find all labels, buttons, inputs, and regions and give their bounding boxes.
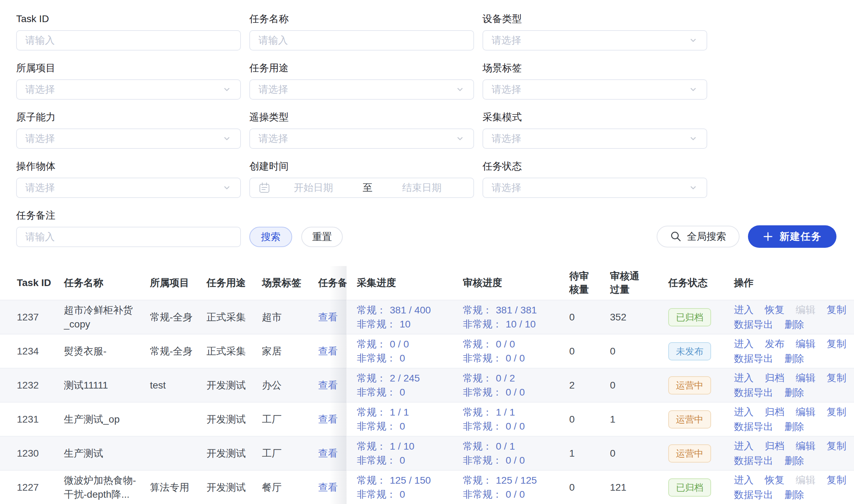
atomic-ability-select[interactable]: 请选择: [16, 128, 241, 149]
view-note-link[interactable]: 查看: [318, 482, 338, 493]
global-search-button[interactable]: 全局搜索: [657, 226, 740, 247]
action-link[interactable]: 编辑: [796, 371, 815, 385]
search-button[interactable]: 搜索: [249, 227, 292, 247]
action-link[interactable]: 数据导出: [734, 419, 773, 434]
action-link[interactable]: 归档: [765, 371, 784, 385]
action-link[interactable]: 进入: [734, 439, 754, 453]
action-link[interactable]: 进入: [734, 303, 754, 317]
review-irregular-value: 0 / 0: [506, 455, 525, 466]
cell-approved: 0: [610, 446, 668, 460]
task-note-input[interactable]: [25, 227, 232, 246]
review-irregular-value: 10 / 10: [506, 319, 536, 330]
task-note-label: 任务备注: [16, 208, 241, 223]
scene-value: 超市: [262, 312, 282, 323]
action-line: 数据导出删除: [734, 385, 841, 400]
device-type-select[interactable]: 请选择: [482, 30, 707, 51]
action-link[interactable]: 删除: [784, 385, 804, 400]
action-link[interactable]: 复制: [827, 405, 846, 419]
reset-button[interactable]: 重置: [301, 227, 343, 247]
filter-field-device-type: 设备类型 请选择: [482, 12, 707, 51]
teleop-type-label: 遥操类型: [249, 110, 474, 124]
task-id-input[interactable]: [25, 31, 232, 50]
action-link: 编辑: [796, 473, 815, 488]
cell-purpose: 开发测试: [206, 480, 262, 495]
chevron-down-icon: [688, 183, 698, 193]
cell-task-id: 1232: [17, 378, 64, 392]
cell-review-progress: 常规：0 / 1 非常规：0 / 0: [463, 439, 569, 467]
column-header-task-id: Task ID: [17, 276, 64, 290]
action-link[interactable]: 数据导出: [734, 488, 773, 502]
cell-note: 查看: [318, 480, 347, 495]
task-name-label: 任务名称: [249, 12, 474, 26]
action-link[interactable]: 归档: [765, 405, 784, 419]
cell-status: 已归档: [668, 478, 730, 497]
cell-review-progress: 常规：125 / 125 非常规：0 / 0: [463, 473, 569, 502]
action-link[interactable]: 进入: [734, 371, 754, 385]
cell-purpose: 正式采集: [206, 310, 262, 324]
action-link[interactable]: 删除: [784, 419, 804, 434]
action-link[interactable]: 数据导出: [734, 385, 773, 400]
cell-approved: 0: [610, 378, 668, 392]
toolbar-buttons: 全局搜索 新建任务: [657, 225, 836, 248]
cell-review-progress: 常规：0 / 2 非常规：0 / 0: [463, 371, 569, 399]
view-note-link[interactable]: 查看: [318, 346, 338, 357]
task-status-select[interactable]: 请选择: [482, 178, 707, 198]
regular-label: 常规：: [357, 407, 386, 418]
action-link[interactable]: 复制: [827, 303, 846, 317]
regular-label: 常规：: [463, 475, 492, 486]
irregular-label: 非常规：: [357, 489, 396, 500]
project-select[interactable]: 请选择: [16, 79, 241, 100]
view-note-link[interactable]: 查看: [318, 380, 338, 391]
action-link[interactable]: 删除: [784, 351, 804, 366]
cell-status: 运营中: [668, 410, 730, 429]
create-task-button[interactable]: 新建任务: [748, 225, 836, 248]
action-link[interactable]: 归档: [765, 439, 784, 453]
action-link[interactable]: 编辑: [796, 405, 815, 419]
pending-count: 0: [569, 414, 575, 425]
action-link[interactable]: 进入: [734, 337, 754, 351]
action-link[interactable]: 数据导出: [734, 351, 773, 366]
teleop-type-select[interactable]: 请选择: [249, 128, 474, 149]
action-link[interactable]: 发布: [765, 337, 784, 351]
collect-mode-select[interactable]: 请选择: [482, 128, 707, 149]
view-note-link[interactable]: 查看: [318, 448, 338, 459]
column-header-review: 审核进度: [463, 276, 569, 290]
action-link[interactable]: 删除: [784, 453, 804, 468]
action-link[interactable]: 恢复: [765, 473, 784, 488]
view-note-link[interactable]: 查看: [318, 312, 338, 323]
purpose-value: 开发测试: [206, 414, 246, 425]
filter-field-collect-mode: 采集模式 请选择: [482, 110, 707, 149]
action-link[interactable]: 删除: [784, 488, 804, 502]
action-link[interactable]: 编辑: [796, 337, 815, 351]
action-line: 数据导出删除: [734, 351, 841, 366]
action-link[interactable]: 删除: [784, 317, 804, 332]
approved-count: 121: [610, 482, 626, 493]
task-name-input[interactable]: [258, 31, 465, 50]
cell-task-name: 超市冷鲜柜补货_copy: [64, 303, 150, 331]
purpose-select[interactable]: 请选择: [249, 79, 474, 100]
scene-tag-select[interactable]: 请选择: [482, 79, 707, 100]
action-link[interactable]: 数据导出: [734, 453, 773, 468]
action-link[interactable]: 复制: [827, 473, 846, 488]
create-time-label: 创建时间: [249, 159, 474, 173]
action-link[interactable]: 复制: [827, 439, 846, 453]
action-link[interactable]: 复制: [827, 337, 846, 351]
cell-task-name: 熨烫衣服-: [64, 344, 150, 358]
action-link[interactable]: 恢复: [765, 303, 784, 317]
action-link[interactable]: 进入: [734, 473, 754, 488]
status-badge: 已归档: [668, 478, 711, 497]
create-task-label: 新建任务: [780, 230, 822, 243]
status-badge: 未发布: [668, 342, 711, 360]
operate-object-select[interactable]: 请选择: [16, 178, 241, 198]
approved-count: 352: [610, 312, 626, 323]
status-badge: 运营中: [668, 444, 711, 463]
action-link[interactable]: 数据导出: [734, 317, 773, 332]
view-note-link[interactable]: 查看: [318, 414, 338, 425]
create-time-range-picker[interactable]: 开始日期 至 结束日期: [249, 178, 474, 198]
irregular-label: 非常规：: [357, 353, 396, 364]
irregular-label: 非常规：: [357, 387, 396, 398]
cell-purpose: 正式采集: [206, 344, 262, 358]
action-link[interactable]: 编辑: [796, 439, 815, 453]
action-link[interactable]: 复制: [827, 371, 846, 385]
action-link[interactable]: 进入: [734, 405, 754, 419]
